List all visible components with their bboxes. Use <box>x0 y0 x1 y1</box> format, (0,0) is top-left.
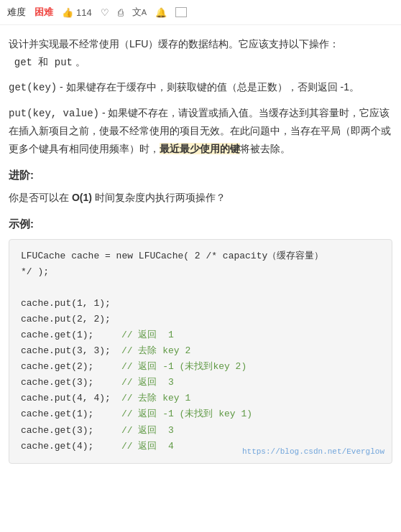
difficulty-value: 困难 <box>34 6 53 19</box>
comment-get4: // 返回 4 <box>121 439 174 454</box>
code-line-1: */ ); <box>21 264 380 280</box>
code-line-put1: cache.put(1, 1); <box>21 296 380 312</box>
comment-put4: // 去除 key 1 <box>121 391 190 406</box>
problem-content: 设计并实现最不经常使用（LFU）缓存的数据结构。它应该支持以下操作： get 和… <box>0 25 401 474</box>
code-line-0: LFUCache cache = new LFUCache( 2 /* capa… <box>21 248 380 264</box>
share-icon[interactable]: ⎙ <box>118 7 124 18</box>
code-line-get3b: cache.get(3); // 返回 3 <box>21 423 380 439</box>
top-bar: 难度 困难 👍 114 ♡ ⎙ 文A 🔔 <box>0 0 401 25</box>
code-line-put2: cache.put(2, 2); <box>21 312 380 327</box>
put-signature: put(key, value) <box>9 108 99 119</box>
get-signature: get(key) <box>9 82 57 93</box>
example-title: 示例: <box>9 215 392 233</box>
get-put-code: get 和 put <box>14 57 73 68</box>
code-text-put3: cache.put(3, 3); <box>21 343 121 359</box>
like-count: 114 <box>76 7 92 18</box>
code-line-get3a: cache.get(3); // 返回 3 <box>21 375 380 391</box>
code-text-put1: cache.put(1, 1); <box>21 296 111 312</box>
like-group[interactable]: 👍 114 <box>62 7 92 18</box>
highlight-text: 最近最少使用的键 <box>160 143 240 154</box>
code-line-put4: cache.put(4, 4); // 去除 key 1 <box>21 391 380 406</box>
code-text-put2: cache.put(2, 2); <box>21 312 111 327</box>
comment-get3a: // 返回 3 <box>121 375 174 391</box>
bell-icon[interactable]: 🔔 <box>155 7 167 18</box>
code-line-put3: cache.put(3, 3); // 去除 key 2 <box>21 343 380 359</box>
code-line-get1b: cache.get(1); // 返回 -1 (未找到 key 1) <box>21 406 380 422</box>
like-icon: 👍 <box>62 7 73 18</box>
advanced-title: 进阶: <box>9 166 392 185</box>
problem-description: 设计并实现最不经常使用（LFU）缓存的数据结构。它应该支持以下操作： get 和… <box>9 35 392 71</box>
comment-get2: // 返回 -1 (未找到key 2) <box>121 359 246 375</box>
code-line-get1: cache.get(1); // 返回 1 <box>21 327 380 343</box>
code-block: LFUCache cache = new LFUCache( 2 /* capa… <box>9 239 392 464</box>
watermark: https://blog.csdn.net/Everglow <box>242 445 384 459</box>
code-text-get1b: cache.get(1); <box>21 406 121 422</box>
comment-get1b: // 返回 -1 (未找到 key 1) <box>121 406 252 422</box>
translate-icon[interactable]: 文A <box>132 6 147 19</box>
comment-get1: // 返回 1 <box>121 327 174 343</box>
code-text-1: */ ); <box>21 264 49 280</box>
code-text-0: LFUCache cache = new LFUCache( 2 /* capa… <box>21 248 323 264</box>
code-line-get2: cache.get(2); // 返回 -1 (未找到key 2) <box>21 359 380 375</box>
code-text-get3a: cache.get(3); <box>21 375 121 391</box>
desc1: 设计并实现最不经常使用（LFU）缓存的数据结构。它应该支持以下操作： <box>9 38 339 50</box>
complexity: O(1) <box>72 192 92 203</box>
code-text-get3b: cache.get(3); <box>21 423 121 439</box>
comment-put3: // 去除 key 2 <box>121 343 190 359</box>
code-text-get4: cache.get(4); <box>21 439 121 454</box>
code-text-get2: cache.get(2); <box>21 359 121 375</box>
get-description: get(key) - 如果键存在于缓存中，则获取键的值（总是正数），否则返回 -… <box>9 78 392 97</box>
difficulty-label: 难度 <box>7 6 26 19</box>
advanced-desc: 你是否可以在 O(1) 时间复杂度内执行两项操作？ <box>9 189 392 207</box>
put-description: put(key, value) - 如果键不存在，请设置或插入值。当缓存达到其容… <box>9 104 392 158</box>
code-line-blank <box>21 280 380 296</box>
message-icon[interactable] <box>175 7 187 17</box>
code-text-get1: cache.get(1); <box>21 327 121 343</box>
comment-get3b: // 返回 3 <box>121 423 174 439</box>
favorite-icon[interactable]: ♡ <box>101 7 109 18</box>
code-text-put4: cache.put(4, 4); <box>21 391 121 406</box>
